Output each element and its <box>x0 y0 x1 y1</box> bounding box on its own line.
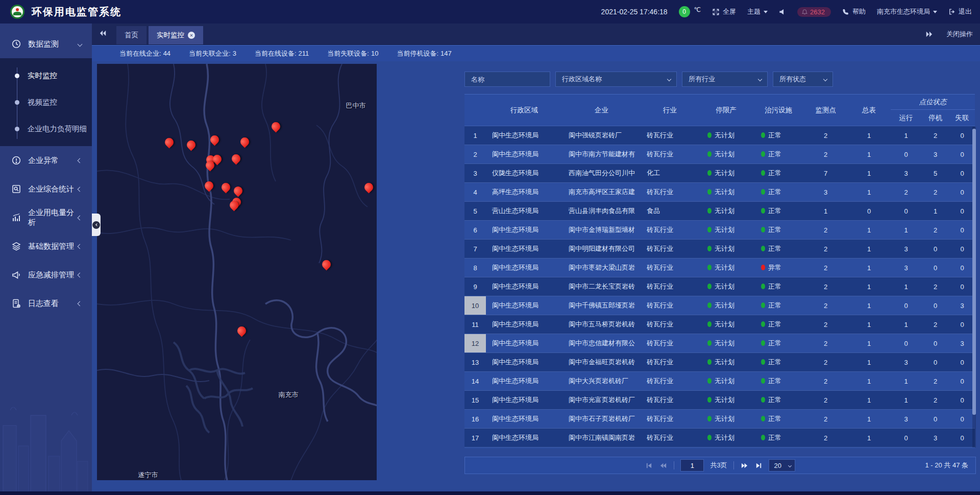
layers-icon <box>11 241 21 251</box>
sidebar-group-1[interactable]: 企业异常 <box>0 146 92 175</box>
next-page-button[interactable] <box>740 462 749 469</box>
cell-stop: 0 <box>921 410 949 429</box>
fullscreen-button[interactable]: 全屏 <box>712 7 736 16</box>
cell-industry: 砖瓦行业 <box>641 277 699 296</box>
table-row-4[interactable]: 4高坪生态环境局南充市高坪区王家店建砖瓦行业无计划正常31220 <box>464 183 975 202</box>
status-dot-icon <box>761 132 765 138</box>
cell-industry: 砖瓦行业 <box>641 410 699 429</box>
sidebar-group-6[interactable]: 日志查看 <box>0 289 92 318</box>
status-dot-icon <box>761 227 765 232</box>
table-row-16[interactable]: 16阆中生态环境局阆中市石子页岩机砖厂砖瓦行业无计划正常21300 <box>464 410 975 429</box>
table-row-7[interactable]: 7阆中生态环境局阆中明阳建材有限公司砖瓦行业无计划正常21300 <box>464 240 975 258</box>
double-chevron-right-icon[interactable] <box>925 31 933 38</box>
mute-button[interactable] <box>779 8 786 15</box>
col-subheader: 失联 <box>949 110 975 126</box>
cell-points: 2 <box>804 391 847 410</box>
cell-industry: 砖瓦行业 <box>641 353 699 372</box>
name-search-input[interactable] <box>464 72 550 87</box>
table-row-9[interactable]: 9阆中生态环境局阆中市二龙长宝页岩砖砖瓦行业无计划正常21120 <box>464 277 975 296</box>
table-row-11[interactable]: 11阆中生态环境局阆中市五马桥页岩机砖砖瓦行业无计划正常21120 <box>464 315 975 334</box>
table-row-18[interactable]: 18南部生态环境局南部县砌华水泥有限公建材|水泥无计划正常60060 <box>464 447 975 449</box>
phone-icon <box>842 8 849 15</box>
table-row-5[interactable]: 5营山生态环境局营山县润丰肉食品有限食品无计划正常10010 <box>464 202 975 221</box>
table-row-15[interactable]: 15阆中生态环境局阆中市光富页岩机砖厂砖瓦行业无计划正常21120 <box>464 391 975 410</box>
table-row-3[interactable]: 3仪陇生态环境局西南油气田分公司川中化工无计划正常71350 <box>464 164 975 183</box>
cell-limit-status: 无计划 <box>699 353 753 372</box>
table-row-12[interactable]: 12阆中生态环境局阆中市忠信建材有限公砖瓦行业无计划正常21003 <box>464 334 975 353</box>
org-dropdown[interactable]: 南充市生态环境局 <box>877 7 937 16</box>
sidebar-group-3[interactable]: 企业用电量分析 <box>0 203 92 232</box>
divider <box>674 461 674 469</box>
row-index: 15 <box>464 391 486 409</box>
cell-stop: 0 <box>921 334 949 353</box>
first-page-button[interactable] <box>645 462 653 469</box>
status-dot-icon <box>761 208 765 214</box>
sidebar-group-5[interactable]: 应急减排管理 <box>0 261 92 289</box>
status-select[interactable]: 所有状态 <box>773 72 833 87</box>
cell-region: 阆中生态环境局 <box>486 296 562 315</box>
cell-limit-status: 无计划 <box>699 258 753 277</box>
table-row-6[interactable]: 6阆中生态环境局阆中市金博瑞新型墙材砖瓦行业无计划正常21120 <box>464 221 975 240</box>
status-dot-icon <box>761 246 765 251</box>
close-operations-button[interactable]: 关闭操作 <box>946 30 973 39</box>
cell-points: 3 <box>804 183 847 202</box>
map-panel[interactable]: 巴中市南充市遂宁市 <box>97 64 377 480</box>
sidebar-group-2[interactable]: 企业综合统计 <box>0 175 92 203</box>
table-row-17[interactable]: 17阆中生态环境局阆中市江南镇阆南页岩砖瓦行业无计划正常21030 <box>464 429 975 447</box>
tab-0[interactable]: 首页 <box>116 26 146 44</box>
cell-company: 南部县砌华水泥有限公 <box>562 447 641 449</box>
tabs-scroll-left-button[interactable] <box>99 30 107 39</box>
prev-page-button[interactable] <box>659 462 668 469</box>
cell-lost: 0 <box>949 429 975 447</box>
industry-select[interactable]: 所有行业 <box>682 72 768 87</box>
scrollbar-thumb[interactable] <box>972 129 976 415</box>
sidebar-subitem-0-2[interactable]: 企业电力负荷明细 <box>0 115 92 142</box>
temperature-unit: ℃ <box>694 6 701 13</box>
last-page-button[interactable] <box>755 462 763 469</box>
cell-stop: 2 <box>921 277 949 296</box>
cell-points: 2 <box>804 258 847 277</box>
table-row-10[interactable]: 10阆中生态环境局阆中千佛镇五郎垭页岩砖瓦行业无计划正常21003 <box>464 296 975 315</box>
table-row-14[interactable]: 14阆中生态环境局阆中大兴页岩机砖厂砖瓦行业无计划正常21120 <box>464 372 975 391</box>
alarm-count-badge: 2632 <box>810 8 825 16</box>
row-index: 17 <box>464 429 486 447</box>
alarm-counter[interactable]: 2632 <box>797 7 831 17</box>
cell-run: 0 <box>891 429 921 447</box>
cell-region: 阆中生态环境局 <box>486 240 562 258</box>
table-row-2[interactable]: 2阆中生态环境局阆中市南方节能建材有砖瓦行业无计划正常21030 <box>464 145 975 164</box>
status-dot-icon <box>761 378 765 384</box>
sidebar-group-0[interactable]: 数据监测 <box>0 30 92 58</box>
sidebar-subitem-0-0[interactable]: 实时监控 <box>0 62 92 89</box>
status-dot-icon <box>761 321 765 327</box>
chevron-down-icon <box>758 77 762 81</box>
cell-company: 阆中强锐页岩砖厂 <box>562 126 641 145</box>
header-actions: 2021-02-25 17:46:18 0 ℃ 全屏 主题 2632 <box>601 6 972 17</box>
row-index: 9 <box>464 277 486 296</box>
theme-dropdown[interactable]: 主题 <box>747 7 768 16</box>
page-size-select[interactable]: 20 <box>769 459 795 472</box>
col-header: 停限产 <box>699 95 753 126</box>
region-select[interactable]: 行政区域名称 <box>555 72 677 87</box>
logout-button[interactable]: 退出 <box>948 7 972 16</box>
collapse-chevron-icon <box>92 221 100 229</box>
status-dot-icon <box>707 340 712 346</box>
chevron-icon <box>78 41 83 46</box>
cell-stop: 1 <box>921 202 949 221</box>
page-number-input[interactable] <box>680 459 704 472</box>
cell-meters: 1 <box>847 353 891 372</box>
sidebar-subitem-0-1[interactable]: 视频监控 <box>0 89 92 115</box>
row-index: 2 <box>464 145 486 163</box>
table-row-13[interactable]: 13阆中生态环境局阆中市金福旺页岩机砖砖瓦行业无计划正常21300 <box>464 353 975 372</box>
help-button[interactable]: 帮助 <box>842 7 866 16</box>
row-index: 18 <box>464 447 486 449</box>
tab-close-icon[interactable]: × <box>188 32 195 39</box>
tab-1[interactable]: 实时监控× <box>149 26 203 44</box>
stat-item-3: 当前失联设备:10 <box>327 49 378 58</box>
table-row-8[interactable]: 8阆中生态环境局阆中市枣碧大梁山页岩砖瓦行业无计划异常21300 <box>464 258 975 277</box>
sidebar-group-4[interactable]: 基础数据管理 <box>0 232 92 261</box>
cell-industry: 砖瓦行业 <box>641 258 699 277</box>
cell-stop: 5 <box>921 164 949 183</box>
table-head: 行政区域企业行业停限产治污设施监测点总表点位状态运行停机失联 <box>464 95 975 126</box>
table-row-1[interactable]: 1阆中生态环境局阆中强锐页岩砖厂砖瓦行业无计划正常21120 <box>464 126 975 145</box>
sidebar-collapse-handle[interactable] <box>92 214 101 236</box>
